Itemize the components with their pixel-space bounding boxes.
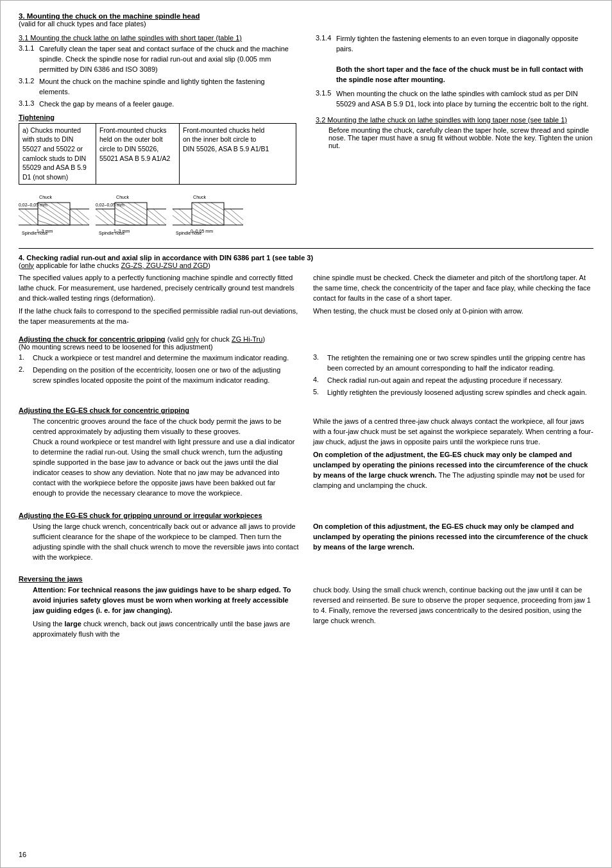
divider1 [19, 248, 593, 249]
item-311-text: Carefully clean the taper seat and conta… [39, 44, 296, 75]
adjusting-eges-right-text2b: The adjusting spindle may [452, 471, 534, 479]
diagram1-svg: Chuck Spindle nose 1–3 mm 0,02–0,05 mm [19, 190, 89, 238]
item-314-text: Firmly tighten the fastening elements to… [336, 35, 578, 53]
tightening-table: a) Chucks mounted with studs to DIN 5502… [19, 123, 296, 185]
diagram2-svg: Chuck Spindle nose 1–3 mm 0,02–0,05 mm [96, 190, 166, 238]
section3-left: 3.1 Mounting the chuck lathe on lathe sp… [19, 34, 299, 243]
item-315: 3.1.5 When mounting the chuck on the lat… [316, 89, 593, 110]
item-314-bold: Both the short taper and the face of the… [336, 65, 583, 83]
svg-line-13 [25, 209, 38, 220]
section3-right: 3.1.4 Firmly tighten the fastening eleme… [313, 34, 593, 243]
svg-line-16 [70, 215, 83, 225]
section4-subtitle: (only applicable for lathe chucks ZG-ZS,… [19, 262, 593, 269]
s32-text: Before mounting the chuck, carefully cle… [316, 126, 593, 149]
adjusting-unround-left: Using the large chuck wrench, concentric… [19, 522, 299, 565]
s31-heading: 3.1 Mounting the chuck lathe on lathe sp… [19, 34, 296, 42]
section4-left-p1: The specified values apply to a perfectl… [19, 273, 299, 304]
item-314-content: Firmly tighten the fastening elements to… [336, 34, 593, 85]
svg-text:0,02–0,05 mm: 0,02–0,05 mm [96, 203, 124, 207]
diagram1: Chuck Spindle nose 1–3 mm 0,02–0,05 mm [19, 190, 89, 238]
adj-conc-item1-num: 1. [19, 353, 33, 363]
adj-conc-item2: 2. Depending on the position of the ecce… [19, 365, 299, 386]
tightening-label: Tightening [19, 113, 296, 121]
adjusting-concentric-block: Adjusting the chuck for concentric gripp… [19, 335, 593, 400]
tightening-col1: a) Chucks mounted with studs to DIN 5502… [19, 124, 96, 184]
adj-conc-item5-num: 5. [313, 388, 327, 398]
adjusting-concentric-subtitle: (valid only for chuck ZG Hi-Tru) [167, 335, 265, 343]
section4-title: 4. Checking radial run-out and axial sli… [19, 254, 593, 262]
tightening-section: Tightening a) Chucks mounted with studs … [19, 113, 296, 185]
svg-line-15 [76, 209, 89, 220]
item-312-text: Mount the chuck on the machine spindle a… [39, 77, 296, 97]
diagram2: Chuck Spindle nose 1–3 mm 0,02–0,05 mm [96, 190, 166, 238]
item-311-num: 3.1.1 [19, 44, 39, 75]
svg-text:Chuck: Chuck [116, 195, 129, 199]
adj-conc-item2-text: Depending on the position of the eccentr… [33, 365, 299, 386]
adj-conc-item4-text: Check radial run-out again and repeat th… [327, 376, 593, 386]
s32-heading: 3.2 Mounting the lathe chuck on lathe sp… [316, 116, 593, 124]
svg-line-12 [19, 215, 31, 225]
page-number: 16 [19, 851, 26, 858]
adjusting-unround-right: On completion of this adjustment, the EG… [313, 522, 593, 569]
section4-right-p2: When testing, the chuck must be closed o… [313, 306, 593, 317]
adjusting-concentric-left: 1. Chuck a workpiece or test mandrel and… [19, 353, 299, 400]
diagram3: Chuck Spindle nose 0–0,05 mm [173, 190, 243, 238]
item-311: 3.1.1 Carefully clean the taper seat and… [19, 44, 296, 75]
adj-conc-item3-num: 3. [313, 353, 327, 374]
svg-text:0–0,05 mm: 0–0,05 mm [191, 229, 213, 233]
item-315-text: When mounting the chuck on the lathe spi… [336, 89, 593, 110]
adjusting-concentric-right: 3. The retighten the remaining one or tw… [313, 353, 593, 400]
section3-title: 3. Mounting the chuck on the machine spi… [19, 12, 593, 20]
adjusting-unround-right-bold-text: On completion of this adjustment, the EG… [313, 522, 588, 551]
item-313-num: 3.1.3 [19, 99, 39, 110]
item-314: 3.1.4 Firmly tighten the fastening eleme… [316, 34, 593, 85]
svg-line-58 [224, 215, 237, 225]
adjusting-eges-title: Adjusting the EG-ES chuck for concentric… [19, 406, 593, 414]
svg-line-57 [230, 209, 243, 220]
item-315-num: 3.1.5 [316, 89, 336, 110]
reversing-jaws-right-text: chuck body. Using the small chuck wrench… [313, 585, 593, 626]
svg-line-37 [147, 215, 160, 225]
adj-conc-item1: 1. Chuck a workpiece or test mandrel and… [19, 353, 299, 363]
tightening-col2: Front-mounted chucks held on the outer b… [96, 124, 180, 184]
svg-line-54 [173, 215, 185, 225]
adj-conc-item1-text: Chuck a workpiece or test mandrel and de… [33, 353, 299, 363]
adj-conc-item4: 4. Check radial run-out again and repeat… [313, 376, 593, 386]
reversing-jaws-right: chuck body. Using the small chuck wrench… [313, 585, 593, 646]
svg-line-33 [96, 215, 108, 225]
adjusting-eges-right-bold-para: On completion of the adjustment, the EG-… [313, 450, 593, 491]
adjusting-unround-right-bold: On completion of this adjustment, the EG… [313, 522, 593, 553]
adjusting-eges-left-text: The concentric grooves around the face o… [33, 417, 299, 499]
reversing-jaws-left-bold-para: Attention: For technical reasons the jaw… [33, 585, 299, 616]
adjusting-unround-left-text: Using the large chuck wrench, concentric… [33, 522, 299, 563]
adjusting-concentric-title: Adjusting the chuck for concentric gripp… [19, 335, 166, 343]
section4-left: The specified values apply to a perfectl… [19, 273, 299, 330]
section4-cols: The specified values apply to a perfectl… [19, 273, 593, 330]
section3-subtitle: (valid for all chuck types and face plat… [19, 20, 593, 28]
adj-conc-item5: 5. Lightly retighten the previously loos… [313, 388, 593, 398]
reversing-jaws-title: Reversing the jaws [19, 575, 593, 583]
reversing-jaws-left-bold: Attention: For technical reasons the jaw… [33, 586, 291, 614]
adj-conc-item5-text: Lightly retighten the previously loosene… [327, 388, 593, 398]
adj-conc-item2-num: 2. [19, 365, 33, 386]
section3-header: 3. Mounting the chuck on the machine spi… [19, 12, 593, 28]
adjusting-eges-block: Adjusting the EG-ES chuck for concentric… [19, 406, 593, 505]
adjusting-eges-right-text: While the jaws of a centred three-jaw ch… [313, 417, 593, 447]
adjusting-eges-cols: The concentric grooves around the face o… [19, 417, 593, 505]
adjusting-unround-title: Adjusting the EG-ES chuck for gripping u… [19, 512, 593, 519]
item-313-text: Check the gap by means of a feeler gauge… [39, 99, 296, 110]
svg-text:0,02–0,05 mm: 0,02–0,05 mm [19, 203, 47, 207]
item-313: 3.1.3 Check the gap by means of a feeler… [19, 99, 296, 110]
adjusting-concentric-subtitle2: (No mounting screws need to be loosened … [19, 343, 593, 351]
reversing-jaws-block: Reversing the jaws Attention: For techni… [19, 575, 593, 646]
section4-left-p2: If the lathe chuck fails to correspond t… [19, 306, 299, 327]
adj-conc-item4-num: 4. [313, 376, 327, 386]
adjusting-unround-block: Adjusting the EG-ES chuck for gripping u… [19, 512, 593, 569]
adjusting-eges-left: The concentric grooves around the face o… [19, 417, 299, 501]
svg-line-36 [153, 209, 166, 220]
adjusting-eges-right-bold2: not [536, 471, 547, 479]
item-312: 3.1.2 Mount the chuck on the machine spi… [19, 77, 296, 97]
adjusting-unround-cols: Using the large chuck wrench, concentric… [19, 522, 593, 569]
item-314-num: 3.1.4 [316, 34, 336, 85]
svg-text:Chuck: Chuck [193, 195, 206, 199]
